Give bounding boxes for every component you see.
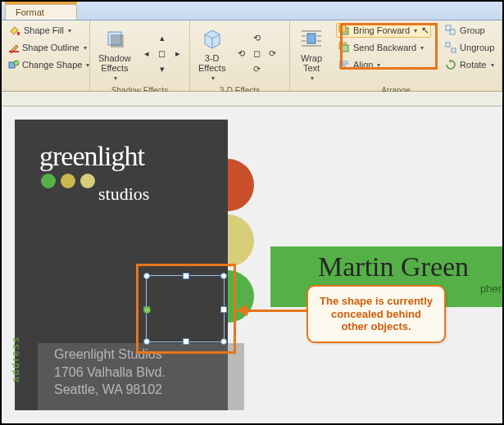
shape-outline-button[interactable]: Shape Outline▾ [7,40,84,55]
wrap-text-icon [298,25,325,52]
nudge-shadow-up[interactable]: ▴ [155,31,170,46]
align-icon [338,58,351,71]
person-role: pher [480,283,502,295]
tilt-left[interactable]: ⟲ [234,47,248,61]
cursor-icon: ↖ [421,25,429,36]
overlay-box [38,343,244,410]
horizontal-ruler [2,92,502,106]
svg-point-3 [14,61,19,66]
nudge-shadow-down[interactable]: ▾ [155,62,170,77]
shadow-effects-label: ShadowEffects [98,53,131,73]
ribbon: Shape Fill▾ Shape Outline▾ Change Shape▾… [2,20,502,92]
group-button[interactable]: Group [443,23,496,38]
tilt-up[interactable]: ⟲ [249,31,264,46]
shadow-icon [102,25,128,52]
rotate-button[interactable]: Rotate▾ [443,57,496,72]
brand-sub: studios [98,183,228,205]
svg-rect-16 [342,45,348,52]
svg-rect-6 [307,34,316,43]
svg-rect-1 [9,51,19,52]
align-button[interactable]: Align▾ [336,57,431,72]
paint-bucket-icon [8,24,21,37]
align-label: Align [353,60,373,70]
tilt-right[interactable]: ⟳ [265,47,279,61]
rotate-label: Rotate [460,60,486,70]
nudge-shadow-right[interactable]: ▸ [170,47,185,61]
send-backward-button[interactable]: Send Backward▾ [336,40,431,55]
svg-rect-5 [111,34,124,47]
svg-rect-0 [17,32,20,35]
3d-effects-label: 3-DEffects [198,53,225,73]
ungroup-label: Ungroup [460,43,494,52]
dot-icon [41,174,56,188]
change-shape-icon [8,58,20,71]
ungroup-icon [444,41,457,54]
send-backward-label: Send Backward [353,43,416,52]
callout-text: The shape is currently concealed behind … [320,295,433,332]
tab-format[interactable]: Format [5,4,77,20]
dot-icon [80,174,95,188]
svg-rect-23 [452,48,456,52]
nudge-shadow-left[interactable]: ◂ [139,47,154,61]
svg-rect-18 [341,61,347,64]
wrap-text-label: WrapText [301,53,322,73]
send-backward-icon [338,41,351,54]
group-icon [444,24,457,37]
shape-fill-button[interactable]: Shape Fill▾ [7,23,84,38]
3d-toggle[interactable]: ◻ [249,47,264,61]
shape-fill-label: Shape Fill [24,25,64,35]
change-shape-label: Change Shape [22,60,82,70]
document-canvas[interactable]: Martin Green pher greenlight studios add… [2,106,502,425]
group-btn-label: Group [460,25,485,35]
dot-icon [61,174,75,188]
brand-name: greenlight [39,141,228,172]
callout-arrow [246,310,306,312]
shadow-toggle[interactable]: ◻ [155,47,170,61]
selected-shape[interactable] [146,275,225,342]
address-label: address [10,336,21,382]
pencil-icon [8,41,20,54]
person-name: Martin Green [318,251,469,283]
tilt-down[interactable]: ⟳ [249,62,264,77]
arrow-head-icon [236,305,247,316]
bring-forward-icon [338,24,351,37]
change-shape-button[interactable]: Change Shape▾ [7,57,84,72]
svg-rect-22 [446,43,450,47]
bring-forward-label: Bring Forward [353,25,410,35]
ungroup-button[interactable]: Ungroup [443,40,496,55]
svg-rect-19 [341,66,345,68]
annotation-callout: The shape is currently concealed behind … [306,285,446,343]
rotate-icon [444,58,457,71]
cube-icon [199,25,225,52]
svg-rect-14 [339,25,346,32]
3d-effects-button[interactable]: 3-DEffects▾ [195,23,229,84]
shape-outline-label: Shape Outline [22,43,79,52]
business-card: Martin Green pher greenlight studios add… [15,120,498,410]
wrap-text-button[interactable]: WrapText▾ [295,23,328,84]
bring-forward-button[interactable]: Bring Forward▾ ↖ [336,23,431,38]
shadow-effects-button[interactable]: ShadowEffects▾ [95,23,134,84]
